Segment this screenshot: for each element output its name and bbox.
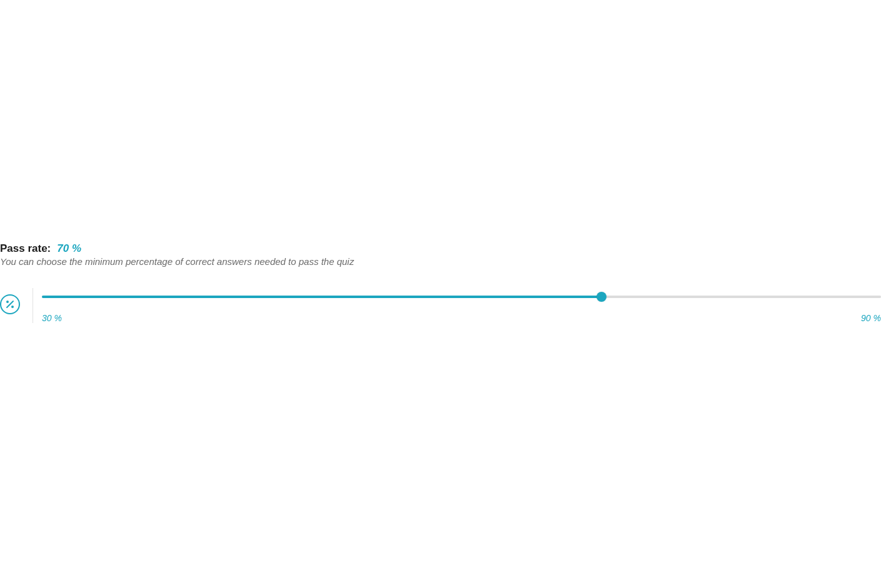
- slider-max-label: 90 %: [861, 313, 881, 323]
- slider-min-label: 30 %: [42, 313, 62, 323]
- percent-icon-wrapper: [0, 288, 33, 314]
- slider-row: 30 % 90 %: [0, 288, 881, 323]
- pass-rate-section: Pass rate: 70 % You can choose the minim…: [0, 242, 881, 323]
- slider-thumb[interactable]: [597, 292, 607, 302]
- svg-point-0: [6, 301, 9, 303]
- pass-rate-slider[interactable]: [42, 289, 881, 304]
- slider-labels: 30 % 90 %: [42, 313, 881, 323]
- slider-container: 30 % 90 %: [33, 288, 881, 323]
- svg-point-1: [11, 306, 14, 308]
- percent-icon: [0, 294, 20, 314]
- slider-fill: [42, 296, 602, 298]
- pass-rate-description: You can choose the minimum percentage of…: [0, 256, 881, 267]
- pass-rate-value: 70 %: [57, 242, 81, 255]
- pass-rate-label: Pass rate:: [0, 242, 51, 255]
- pass-rate-header: Pass rate: 70 %: [0, 242, 881, 255]
